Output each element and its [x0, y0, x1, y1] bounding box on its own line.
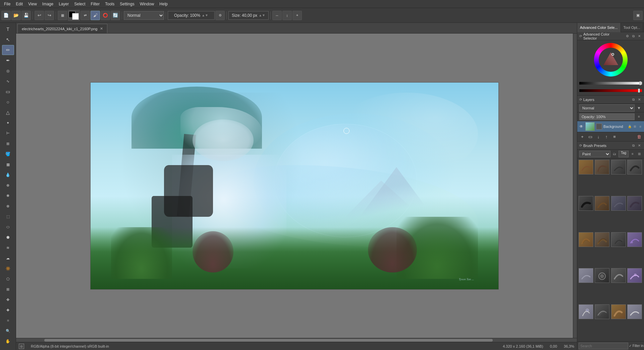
- menu-window[interactable]: Window: [137, 1, 157, 7]
- save-button[interactable]: 💾: [21, 11, 31, 20]
- red-slider-thumb[interactable]: [638, 89, 640, 93]
- tool-pan[interactable]: ✋: [2, 336, 14, 346]
- open-button[interactable]: 📂: [11, 11, 21, 20]
- tool-brush[interactable]: ✏: [2, 45, 14, 55]
- brush-cell-10[interactable]: [595, 232, 609, 247]
- tool-freehand-sel[interactable]: ≋: [2, 243, 14, 253]
- menu-view[interactable]: View: [25, 1, 40, 7]
- tool-clone[interactable]: ❋: [2, 191, 14, 201]
- h-scrollbar-thumb[interactable]: [44, 339, 493, 342]
- brush-cell-14[interactable]: [595, 268, 609, 283]
- tool-ell-sel[interactable]: ⬭: [2, 222, 14, 232]
- tool-bezier-sel[interactable]: ⬠: [2, 274, 14, 284]
- tool-ellipse[interactable]: ○: [2, 97, 14, 107]
- black-slider-thumb[interactable]: [639, 81, 641, 85]
- transform-btn[interactable]: ⌖: [292, 11, 302, 20]
- tool-rect-sel[interactable]: ⬚: [2, 211, 14, 221]
- tab-advanced-color[interactable]: Advanced Color Sele...: [577, 23, 621, 32]
- brush-cell-3[interactable]: [611, 160, 626, 174]
- brush-tool-active[interactable]: 🖌: [91, 11, 100, 20]
- menu-layer[interactable]: Layer: [56, 1, 71, 7]
- menu-file[interactable]: File: [1, 1, 13, 7]
- brush-cell-2[interactable]: [595, 160, 609, 174]
- color-selector-close-btn[interactable]: ✕: [637, 34, 642, 39]
- color-fg-bg[interactable]: [68, 10, 80, 21]
- tool-fill[interactable]: 🪣: [2, 149, 14, 159]
- layers-opacity-bar[interactable]: Opacity: 100%: [579, 113, 635, 120]
- brush-cell-7[interactable]: [611, 196, 626, 211]
- horizontal-scrollbar[interactable]: [16, 338, 577, 342]
- art-canvas[interactable]: Tyson Tan ...: [90, 82, 499, 290]
- canvas-tab[interactable]: electrichearts_20201224A_kiki_c1_2160P.p…: [17, 24, 107, 33]
- color-selector-config-btn[interactable]: ⚙: [625, 34, 630, 39]
- tool-text[interactable]: T: [2, 24, 14, 34]
- brush-presets-float-btn[interactable]: ⧉: [631, 143, 636, 148]
- size-arrows[interactable]: ▲▼: [259, 13, 265, 17]
- canvas-viewport[interactable]: Tyson Tan ...: [16, 34, 573, 338]
- color-wheel-area[interactable]: [577, 40, 644, 79]
- add-group-btn[interactable]: ▭: [587, 133, 594, 141]
- vertical-scrollbar[interactable]: [573, 34, 577, 338]
- erase-btn[interactable]: ⭕: [101, 11, 110, 20]
- brush-cell-18[interactable]: [595, 304, 609, 319]
- brush-cell-11[interactable]: [611, 232, 626, 247]
- tool-deform[interactable]: ✥: [2, 295, 14, 305]
- brush-cell-13[interactable]: [579, 268, 593, 283]
- red-slider[interactable]: [579, 89, 642, 92]
- new-button[interactable]: 📄: [1, 11, 11, 20]
- tool-gradient[interactable]: ▦: [2, 159, 14, 169]
- brush-cell-1[interactable]: [579, 160, 593, 174]
- layer-lock-btn[interactable]: 🔒: [627, 124, 632, 129]
- brush-cell-8[interactable]: [627, 196, 642, 211]
- tool-eyedropper[interactable]: 💧: [2, 170, 14, 180]
- move-up-btn[interactable]: ↑: [603, 133, 610, 141]
- brush-category-select[interactable]: Paint: [579, 151, 610, 157]
- tool-poly-sel[interactable]: ⬟: [2, 232, 14, 242]
- tab-tool-options[interactable]: Tool Opt...: [621, 23, 643, 32]
- tool-path[interactable]: ⊢: [2, 128, 14, 138]
- layers-filter-btn[interactable]: ▼: [636, 105, 642, 111]
- flip-h-btn[interactable]: ↔: [272, 11, 282, 20]
- swap-colors[interactable]: ⇄: [80, 11, 90, 20]
- opacity-control[interactable]: Opacity: 100% ▲▼: [168, 11, 215, 20]
- tool-similar-sel[interactable]: 🔆: [2, 263, 14, 273]
- brush-category-icon-btn[interactable]: 🗂: [612, 151, 617, 157]
- brush-cell-15[interactable]: [611, 268, 626, 283]
- brush-tag-button[interactable]: Tag: [619, 151, 629, 157]
- tool-contiguous-sel[interactable]: ☁: [2, 253, 14, 263]
- tool-crop[interactable]: ⌗: [2, 315, 14, 326]
- layer-alpha-btn[interactable]: α: [638, 124, 643, 129]
- brush-cell-19[interactable]: [611, 304, 626, 319]
- undo-button[interactable]: ↩: [35, 11, 44, 20]
- layer-options2-btn[interactable]: ≡: [611, 133, 618, 141]
- layers-close-btn[interactable]: ✕: [637, 97, 642, 102]
- layer-inherit-btn[interactable]: ⊞: [633, 124, 637, 129]
- black-slider[interactable]: [579, 82, 642, 85]
- brush-cell-20[interactable]: [627, 304, 642, 319]
- layer-visibility-btn[interactable]: 👁: [579, 124, 584, 129]
- tool-polygon[interactable]: △: [2, 107, 14, 117]
- tool-rect[interactable]: ▭: [2, 87, 14, 97]
- brush-search-input[interactable]: [579, 343, 628, 349]
- menu-select[interactable]: Select: [71, 1, 88, 7]
- tool-star[interactable]: ✦: [2, 118, 14, 128]
- menu-image[interactable]: Image: [40, 1, 56, 7]
- grid-btn[interactable]: ▦: [58, 11, 67, 20]
- layer-item-background[interactable]: 👁 Background 🔒 ⊞ α: [577, 121, 644, 132]
- tool-move[interactable]: ✚: [2, 305, 14, 315]
- opacity-options[interactable]: ⚙: [215, 11, 225, 20]
- brush-presets-close-btn[interactable]: ✕: [637, 143, 642, 148]
- tool-calligraphy[interactable]: ✒: [2, 55, 14, 65]
- layers-float-btn[interactable]: ⧉: [631, 97, 636, 102]
- color-selector-float-btn[interactable]: ⧉: [631, 34, 636, 39]
- refresh-btn[interactable]: 🔄: [111, 11, 120, 20]
- blend-mode-select[interactable]: Normal: [124, 11, 164, 20]
- brush-cell-6[interactable]: [595, 196, 609, 211]
- color-wheel-inner[interactable]: [599, 48, 623, 72]
- brush-cell-4[interactable]: [627, 160, 642, 174]
- flip-v-btn[interactable]: ↕: [282, 11, 292, 20]
- move-down-btn[interactable]: ↓: [595, 133, 602, 141]
- panel-toggle[interactable]: ▣: [633, 11, 643, 20]
- menu-help[interactable]: Help: [157, 1, 170, 7]
- tab-close-button[interactable]: ✕: [100, 27, 103, 31]
